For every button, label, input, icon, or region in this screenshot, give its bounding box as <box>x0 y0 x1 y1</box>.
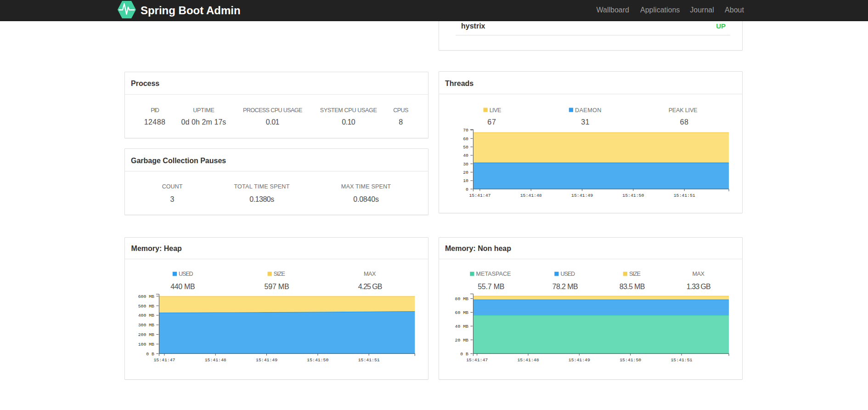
svg-text:400 MB: 400 MB <box>138 313 154 318</box>
svg-text:15:41:47: 15:41:47 <box>466 358 488 363</box>
svg-text:12488: 12488 <box>144 118 166 126</box>
svg-text:MAX: MAX <box>692 271 705 277</box>
svg-text:About: About <box>725 6 744 14</box>
svg-text:0 B: 0 B <box>460 352 468 357</box>
svg-text:67: 67 <box>487 118 496 126</box>
svg-text:55.7 MB: 55.7 MB <box>478 283 504 290</box>
svg-text:0.0840s: 0.0840s <box>353 195 379 203</box>
svg-text:Spring Boot Admin: Spring Boot Admin <box>141 4 241 17</box>
svg-text:0.1380s: 0.1380s <box>249 195 274 203</box>
svg-text:Journal: Journal <box>690 6 714 14</box>
svg-text:10: 10 <box>463 178 468 183</box>
svg-text:500 MB: 500 MB <box>138 304 154 309</box>
svg-text:UPTIME: UPTIME <box>193 107 214 114</box>
svg-text:Applications: Applications <box>640 6 680 14</box>
svg-text:200 MB: 200 MB <box>138 332 154 337</box>
svg-text:15:41:48: 15:41:48 <box>520 193 542 198</box>
svg-text:20 MB: 20 MB <box>455 338 469 343</box>
svg-text:3: 3 <box>170 195 175 203</box>
svg-text:Wallboard: Wallboard <box>596 6 629 14</box>
svg-text:440 MB: 440 MB <box>170 283 195 290</box>
svg-text:70: 70 <box>463 128 468 133</box>
svg-text:Threads: Threads <box>445 80 473 87</box>
svg-text:Memory: Heap: Memory: Heap <box>131 245 182 252</box>
svg-text:15:41:51: 15:41:51 <box>671 358 692 363</box>
svg-text:60: 60 <box>463 137 468 142</box>
svg-text:PEAK LIVE: PEAK LIVE <box>669 107 698 114</box>
svg-text:15:41:50: 15:41:50 <box>620 358 641 363</box>
svg-text:Garbage Collection Pauses: Garbage Collection Pauses <box>131 157 226 165</box>
svg-text:0.10: 0.10 <box>342 118 355 126</box>
svg-text:MAX TIME SPENT: MAX TIME SPENT <box>341 183 391 190</box>
svg-text:0.01: 0.01 <box>266 118 280 126</box>
svg-text:40 MB: 40 MB <box>455 324 469 329</box>
svg-text:LIVE: LIVE <box>490 107 501 114</box>
svg-text:15:41:48: 15:41:48 <box>517 358 539 363</box>
svg-text:40: 40 <box>463 153 468 158</box>
svg-text:USED: USED <box>179 271 193 277</box>
svg-text:SYSTEM CPU USAGE: SYSTEM CPU USAGE <box>320 107 377 114</box>
svg-text:15:41:51: 15:41:51 <box>674 193 695 198</box>
svg-text:31: 31 <box>581 118 589 126</box>
svg-text:0 B: 0 B <box>146 352 154 357</box>
svg-text:300 MB: 300 MB <box>138 323 154 328</box>
svg-text:20: 20 <box>463 170 468 175</box>
svg-text:0d 0h 2m 17s: 0d 0h 2m 17s <box>181 118 226 126</box>
svg-text:PROCESS CPU USAGE: PROCESS CPU USAGE <box>243 107 302 114</box>
svg-text:100 MB: 100 MB <box>138 342 154 347</box>
svg-text:COUNT: COUNT <box>162 183 183 190</box>
svg-text:30: 30 <box>463 162 468 167</box>
svg-text:SIZE: SIZE <box>274 271 285 277</box>
svg-text:CPUS: CPUS <box>393 107 408 114</box>
svg-text:78.2 MB: 78.2 MB <box>552 283 578 290</box>
svg-text:68: 68 <box>680 118 689 126</box>
svg-text:USED: USED <box>561 271 575 277</box>
svg-text:TOTAL TIME SPENT: TOTAL TIME SPENT <box>234 183 289 190</box>
svg-text:0: 0 <box>466 187 468 192</box>
svg-text:1.33 GB: 1.33 GB <box>687 283 710 290</box>
svg-text:15:41:48: 15:41:48 <box>205 358 226 363</box>
svg-text:Memory: Non heap: Memory: Non heap <box>445 245 511 252</box>
svg-text:15:41:49: 15:41:49 <box>569 358 590 363</box>
svg-text:4.25 GB: 4.25 GB <box>358 283 382 290</box>
svg-text:MAX: MAX <box>364 271 376 277</box>
svg-text:15:41:49: 15:41:49 <box>256 358 277 363</box>
svg-text:SIZE: SIZE <box>629 271 641 277</box>
svg-text:80 MB: 80 MB <box>455 296 469 302</box>
svg-text:METASPACE: METASPACE <box>476 271 511 277</box>
svg-text:PID: PID <box>151 107 159 114</box>
svg-text:50: 50 <box>463 145 468 150</box>
svg-text:600 MB: 600 MB <box>138 294 154 299</box>
svg-text:UP: UP <box>716 22 726 30</box>
svg-text:597 MB: 597 MB <box>265 283 289 290</box>
svg-text:8: 8 <box>399 118 403 126</box>
svg-text:60 MB: 60 MB <box>455 310 469 315</box>
svg-text:15:41:47: 15:41:47 <box>469 193 490 198</box>
svg-text:15:41:50: 15:41:50 <box>622 193 644 198</box>
svg-text:15:41:50: 15:41:50 <box>307 358 328 363</box>
svg-text:DAEMON: DAEMON <box>575 107 602 114</box>
svg-text:Process: Process <box>131 80 159 87</box>
svg-text:15:41:51: 15:41:51 <box>358 358 380 363</box>
svg-text:15:41:49: 15:41:49 <box>571 193 593 198</box>
svg-text:83.5 MB: 83.5 MB <box>620 283 645 290</box>
svg-text:hystrix: hystrix <box>461 22 485 30</box>
svg-text:15:41:47: 15:41:47 <box>153 358 175 363</box>
